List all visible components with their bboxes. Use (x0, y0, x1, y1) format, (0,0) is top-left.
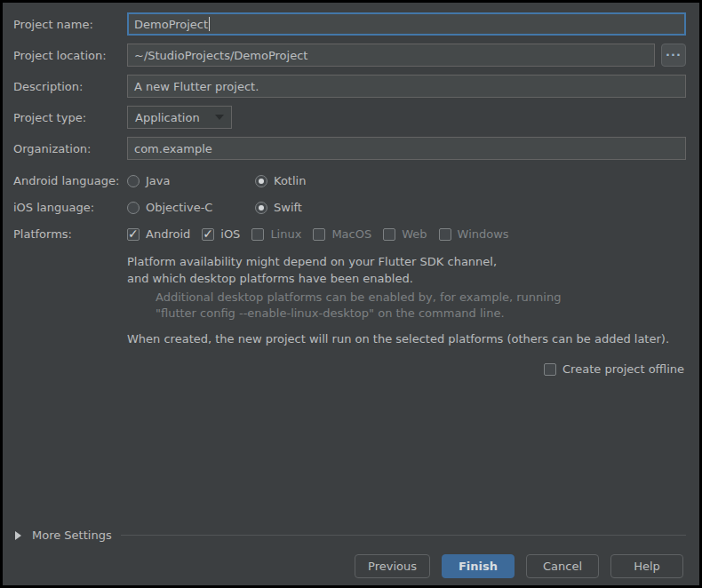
project-name-label: Project name: (13, 18, 127, 31)
radio-swift-label: Swift (274, 201, 302, 214)
organization-input[interactable]: com.example (127, 137, 686, 160)
desktop-platforms-note-line2: "flutter config --enable-linux-desktop" … (156, 306, 505, 320)
cancel-button[interactable]: Cancel (526, 554, 599, 578)
project-location-label: Project location: (13, 49, 127, 62)
checkbox-web-label: Web (402, 227, 427, 241)
platforms-label: Platforms: (13, 227, 127, 241)
checkbox-android-label: Android (146, 227, 190, 241)
radio-java[interactable]: Java (127, 174, 255, 187)
dialog-button-bar: Previous Finish Cancel Help (355, 554, 683, 578)
checkbox-icon (383, 228, 395, 241)
radio-icon (127, 175, 140, 187)
checkbox-windows[interactable]: Windows (439, 227, 509, 241)
checkbox-icon (313, 228, 325, 241)
checkbox-icon (202, 228, 214, 241)
radio-icon (127, 202, 140, 214)
checkbox-macos[interactable]: MacOS (313, 227, 371, 241)
checkbox-linux-label: Linux (270, 227, 301, 241)
previous-button[interactable]: Previous (355, 554, 430, 578)
platform-availability-note-line1: Platform availability might depend on yo… (127, 255, 497, 268)
project-name-input[interactable]: DemoProject (127, 12, 686, 36)
help-button[interactable]: Help (610, 554, 683, 578)
checkbox-icon (544, 363, 556, 376)
created-platforms-note: When created, the new project will run o… (127, 332, 669, 346)
create-project-offline-checkbox[interactable]: Create project offline (544, 362, 684, 376)
radio-swift[interactable]: Swift (255, 201, 302, 214)
checkbox-windows-label: Windows (458, 227, 509, 241)
description-label: Description: (13, 80, 127, 93)
android-language-label: Android language: (13, 174, 127, 187)
ios-language-row: iOS language: Objective-C Swift (13, 201, 686, 214)
create-project-offline-label: Create project offline (562, 362, 684, 376)
checkbox-linux[interactable]: Linux (251, 227, 301, 241)
separator-line (121, 535, 686, 536)
radio-objective-c[interactable]: Objective-C (127, 201, 255, 214)
radio-icon (255, 175, 267, 187)
project-type-value: Application (135, 111, 210, 124)
project-name-row: Project name: DemoProject (13, 12, 686, 36)
checkbox-web[interactable]: Web (383, 227, 427, 241)
radio-kotlin[interactable]: Kotlin (255, 174, 306, 187)
checkbox-android[interactable]: Android (127, 227, 190, 241)
description-row: Description: A new Flutter project. (13, 75, 686, 98)
radio-java-label: Java (146, 174, 170, 187)
radio-objective-c-label: Objective-C (146, 201, 212, 214)
project-location-value: ~/StudioProjects/DemoProject (134, 49, 307, 62)
desktop-platforms-note-line1: Additional desktop platforms can be enab… (156, 290, 561, 304)
platforms-group: Android iOS Linux MacOS Web Windows (127, 227, 521, 241)
android-language-row: Android language: Java Kotlin (13, 174, 686, 187)
project-type-dropdown[interactable]: Application (127, 106, 232, 129)
project-type-label: Project type: (13, 111, 127, 124)
more-settings-label: More Settings (32, 528, 112, 542)
organization-value: com.example (134, 142, 212, 155)
organization-row: Organization: com.example (13, 137, 686, 160)
collapsed-arrow-icon (15, 531, 21, 540)
checkbox-icon (127, 228, 140, 241)
project-name-value: DemoProject (134, 18, 208, 31)
platforms-row: Platforms: Android iOS Linux MacOS Web (13, 227, 686, 241)
chevron-down-icon (215, 115, 224, 120)
checkbox-icon (251, 228, 264, 241)
checkbox-macos-label: MacOS (331, 227, 371, 241)
checkbox-ios[interactable]: iOS (202, 227, 240, 241)
description-value: A new Flutter project. (134, 80, 259, 93)
finish-button[interactable]: Finish (442, 554, 515, 578)
platform-availability-note-line2: and which desktop platforms have been en… (127, 272, 413, 285)
ios-language-label: iOS language: (13, 201, 127, 214)
project-location-row: Project location: ~/StudioProjects/DemoP… (13, 44, 686, 67)
checkbox-icon (439, 228, 451, 241)
checkbox-ios-label: iOS (220, 227, 240, 241)
project-location-input[interactable]: ~/StudioProjects/DemoProject (127, 44, 655, 67)
description-input[interactable]: A new Flutter project. (127, 75, 686, 98)
text-caret (209, 17, 210, 31)
browse-button[interactable]: ... (661, 44, 686, 67)
organization-label: Organization: (13, 142, 127, 155)
new-flutter-project-dialog: Project name: DemoProject Project locati… (0, 0, 702, 588)
radio-kotlin-label: Kotlin (274, 174, 306, 187)
more-settings-toggle[interactable]: More Settings (15, 528, 686, 542)
project-type-row: Project type: Application (13, 106, 686, 129)
radio-icon (255, 202, 267, 214)
